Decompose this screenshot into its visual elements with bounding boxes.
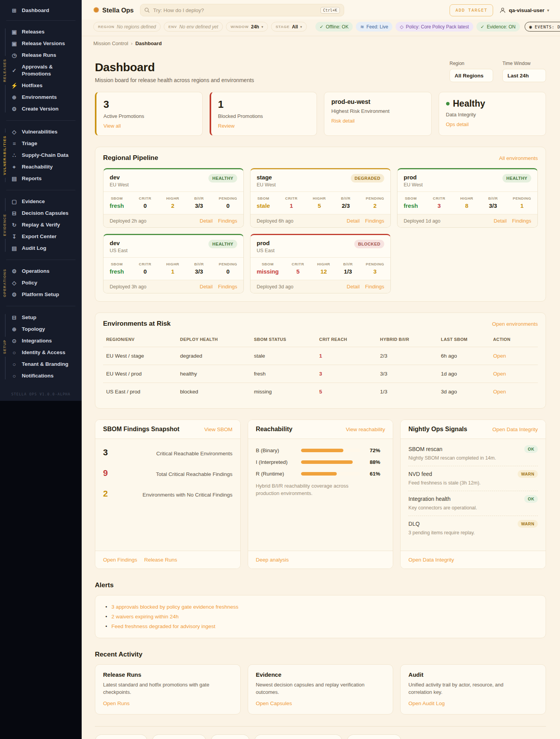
sidebar-item-setup[interactable]: ⊟Setup — [0, 312, 82, 323]
detail-link[interactable]: Detail — [200, 218, 213, 224]
sidebar-item-evidence[interactable]: ▢Evidence — [0, 196, 82, 207]
stat-label: HIGHR — [166, 196, 179, 200]
status-badge: WARN — [518, 520, 538, 528]
bir-value: 2/3 — [341, 202, 351, 209]
findings-link[interactable]: Findings — [218, 218, 237, 224]
sidebar-item-environments[interactable]: ⊕Environments — [0, 91, 82, 103]
sidebar: ⊞ Dashboard RELEASES ▣Releases ▣Release … — [0, 0, 82, 401]
sidebar-item-label: Topology — [22, 326, 45, 333]
sidebar-item-reports[interactable]: ▤Reports — [0, 173, 82, 184]
sbom-cell: stale — [251, 347, 316, 365]
check-circle-icon: ✓ — [11, 67, 18, 74]
sidebar-item-vulnerabilities[interactable]: ◇Vulnerabilities — [0, 126, 82, 138]
sidebar-item-platform-setup[interactable]: ⚙Platform Setup — [0, 289, 82, 300]
open-link[interactable]: Open — [493, 371, 506, 377]
view-reachability-link[interactable]: View reachability — [346, 427, 385, 432]
detail-link[interactable]: Detail — [347, 218, 360, 224]
stat-label: PENDING — [219, 262, 237, 266]
sidebar-item-topology[interactable]: ⊕Topology — [0, 323, 82, 335]
open-data-integrity-footer-link[interactable]: Open Data Integrity — [408, 557, 454, 563]
signal-desc: 3 pending items require replay. — [408, 530, 538, 535]
critr-value: 3 — [433, 202, 445, 209]
chip-release-runs[interactable]: ▶Release Runs — [95, 734, 147, 739]
status-bar: REGIONNo regions defined ENVNo env defin… — [82, 19, 560, 36]
sidebar-item-decision-capsules[interactable]: ⊟Decision Capsules — [0, 207, 82, 219]
sidebar-item-release-versions[interactable]: ▣Release Versions — [0, 38, 82, 49]
sidebar-item-supply-chain-data[interactable]: ∴Supply-Chain Data — [0, 149, 82, 161]
sidebar-item-triage[interactable]: ≡Triage — [0, 138, 82, 149]
sidebar-item-audit-log[interactable]: ▤Audit Log — [0, 242, 82, 254]
status-badge: DEGRADED — [351, 174, 384, 183]
events-status-pill[interactable]: ◉EVENTS: DEGRADED — [525, 22, 560, 32]
sidebar-item-tenant-branding[interactable]: ○Tenant & Branding — [0, 358, 82, 370]
env-filter-pill[interactable]: ENVNo env defined yet — [164, 22, 223, 32]
findings-link[interactable]: Findings — [365, 284, 384, 290]
chip-security-risk[interactable]: ■Security & Risk — [152, 734, 206, 739]
chip-platform[interactable]: ◆Platform — [211, 734, 250, 739]
risk-detail-link[interactable]: Risk detail — [331, 118, 355, 124]
open-findings-link[interactable]: Open Findings — [103, 557, 137, 563]
stage-select-pill[interactable]: STAGEAll▾ — [271, 22, 307, 32]
view-all-link[interactable]: View all — [103, 123, 121, 129]
sidebar-item-integrations[interactable]: ⊙Integrations — [0, 335, 82, 347]
detail-link[interactable]: Detail — [494, 218, 507, 224]
detail-link[interactable]: Detail — [200, 284, 213, 290]
review-link[interactable]: Review — [218, 123, 235, 129]
deep-analysis-link[interactable]: Deep analysis — [256, 557, 289, 563]
open-link[interactable]: Open — [493, 353, 506, 359]
sidebar-item-identity-access[interactable]: ○Identity & Access — [0, 347, 82, 358]
all-environments-link[interactable]: All environments — [499, 155, 538, 161]
sidebar-item-reachability[interactable]: ⌖Reachability — [0, 161, 82, 173]
sidebar-item-export-center[interactable]: ↧Export Center — [0, 231, 82, 242]
alert-link[interactable]: Feed freshness degraded for advisory ing… — [112, 623, 215, 629]
sidebar-item-approvals-promotions[interactable]: ✓Approvals & Promotions — [0, 61, 82, 80]
blocked-promotions-card: 1 Blocked Promotions Review — [210, 92, 317, 136]
env-name: prod — [404, 174, 423, 181]
evidence-activity-card: Evidence Newest decision capsules and re… — [248, 664, 394, 714]
global-search-input[interactable]: Try: How do I deploy? Ctrl+K — [140, 4, 344, 16]
time-window-select[interactable]: Last 24h — [502, 69, 546, 82]
sidebar-item-dashboard[interactable]: ⊞ Dashboard — [0, 5, 82, 16]
detail-link[interactable]: Detail — [347, 284, 360, 290]
breadcrumb-parent[interactable]: Mission Control — [93, 40, 128, 46]
hybrid-cell: 1/3 — [377, 383, 438, 401]
sidebar-item-operations[interactable]: ⚙Operations — [0, 265, 82, 277]
sidebar-item-replay-verify[interactable]: ↻Replay & Verify — [0, 219, 82, 231]
window-select-pill[interactable]: WINDOW24h▾ — [226, 22, 268, 32]
evidence-status-pill: ✓Evidence: ON — [476, 22, 520, 32]
alert-link[interactable]: 2 waivers expiring within 24h — [112, 614, 179, 620]
sidebar-item-create-version[interactable]: ⚙Create Version — [0, 103, 82, 115]
region-select[interactable]: All Regions — [450, 69, 493, 82]
open-link[interactable]: Open — [493, 389, 506, 395]
add-target-button[interactable]: ADD TARGET — [450, 4, 493, 16]
chip-platform-setup[interactable]: ⚙Platform Setup — [347, 734, 401, 739]
release-runs-link[interactable]: Release Runs — [144, 557, 177, 563]
stat-label: HIGHR — [313, 196, 326, 200]
stat-label: B/I/R — [341, 196, 351, 200]
findings-link[interactable]: Findings — [365, 218, 384, 224]
shield-icon: ◇ — [400, 24, 403, 30]
sidebar-item-notifications[interactable]: ○Notifications — [0, 370, 82, 382]
open-capsules-link[interactable]: Open Capsules — [256, 700, 292, 706]
sidebar-item-hotfixes[interactable]: ⚡Hotfixes — [0, 80, 82, 91]
sidebar-item-release-runs[interactable]: ◷Release Runs — [0, 49, 82, 61]
sidebar-item-policy[interactable]: ◇Policy — [0, 277, 82, 289]
open-runs-link[interactable]: Open Runs — [103, 700, 130, 706]
open-environments-link[interactable]: Open environments — [492, 321, 538, 327]
download-icon: ↧ — [11, 233, 18, 240]
region-filter-pill[interactable]: REGIONNo regions defined — [93, 22, 161, 32]
chip-evidence-capsules[interactable]: •Evidence (Decision Capsules) — [254, 734, 342, 739]
ops-detail-link[interactable]: Ops detail — [446, 121, 469, 127]
findings-link[interactable]: Findings — [218, 284, 237, 290]
pending-value: 0 — [219, 268, 237, 275]
open-audit-log-link[interactable]: Open Audit Log — [408, 700, 444, 706]
user-menu[interactable]: qa-visual-user ▾ — [499, 7, 549, 14]
status-badge: HEALTHY — [502, 174, 531, 183]
open-data-integrity-link[interactable]: Open Data Integrity — [492, 427, 538, 432]
sidebar-item-releases[interactable]: ▣Releases — [0, 26, 82, 38]
view-sbom-link[interactable]: View SBOM — [204, 427, 233, 432]
alert-link[interactable]: 3 approvals blocked by policy gate evide… — [112, 604, 238, 610]
card-label: Data Integrity — [446, 112, 539, 118]
sbom-findings-snapshot-card: SBOM Findings Snapshot View SBOM 3Critic… — [95, 420, 241, 569]
findings-link[interactable]: Findings — [512, 218, 531, 224]
